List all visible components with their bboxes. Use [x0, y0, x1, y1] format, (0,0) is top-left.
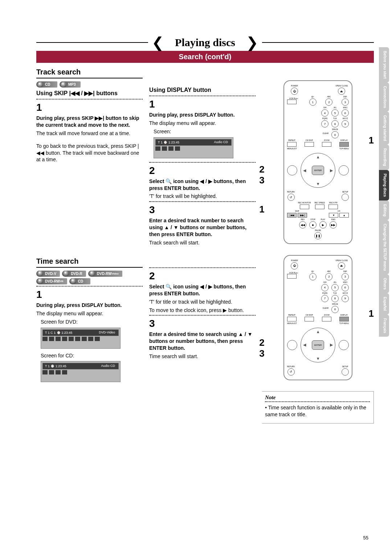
ts-caption-cd: Screen for CD: [41, 352, 143, 359]
label-recotr: REC/OTR [329, 202, 338, 204]
nav-ring: ▲ ▼ ◀ ▶ ENTER [301, 153, 335, 188]
down-arrow-icon-2: ▼ [316, 356, 320, 361]
dotted-rule [36, 99, 143, 100]
time-search-heading: Time search [36, 257, 143, 268]
up-arrow-icon: ▲ [316, 155, 320, 159]
play-button: ▶ [319, 221, 327, 228]
rule-right [262, 42, 374, 43]
title-frame: ❮ Playing discs ❯ [36, 36, 374, 49]
side-tabs: Before you start Connections Getting sta… [379, 47, 389, 337]
num-2-b: 2 [325, 273, 332, 280]
note-text: • Time search function is available only… [265, 404, 370, 418]
skip-back-button: |◀◀ [287, 213, 297, 218]
power-button-icon-2: ⏻ [291, 262, 298, 270]
num-5-b: 5 [331, 284, 339, 291]
enter-button: ENTER [312, 166, 324, 175]
label-open-close: OPEN/ CLOSE [335, 85, 348, 87]
setup-button [342, 194, 349, 201]
up-arrow-icon-2: ▲ [316, 329, 320, 334]
skip-goback-text: To go back to the previous track, press … [36, 143, 143, 163]
num-3: 3 [342, 98, 349, 106]
page-title: Playing discs [168, 36, 242, 49]
screen-disc-type: Audio CD [212, 140, 230, 144]
label-open2: OPEN/ CLOSE [335, 260, 348, 262]
badge-dvdr: DVD-R [62, 271, 86, 277]
num-0: 0 [331, 131, 339, 138]
ch-up-button: ▲ [339, 213, 349, 218]
num-1: 1 [309, 98, 317, 106]
display-step2-text: 'T' for track will be highlighted. [149, 193, 256, 200]
eject-button-icon: ⏏ [338, 88, 345, 95]
return-button: ↺ [287, 194, 295, 201]
label-ghi: GHI [323, 107, 327, 109]
display-button [339, 142, 349, 147]
num-6: 6 [342, 109, 349, 117]
recmonitor-button [300, 204, 309, 209]
ts-step2-text2: To move to the clock icon, press ▶ butto… [149, 307, 256, 314]
screen-caption: Screen: [154, 128, 256, 135]
label-skip: SKIP [295, 210, 299, 212]
display-step1-bold: During play, press DISPLAY button. [149, 112, 256, 118]
display-step2-bold: Select 🔍 icon using ◀ / ▶ buttons, then … [149, 178, 256, 192]
display-step1-text: The display menu will appear. [149, 120, 256, 127]
remote-control-diagram-lower: POWER⏻ OPEN/ CLOSE⏏ VCR Plus+ @/:1 ABC2 … [283, 255, 352, 380]
label-return: RETURN [287, 191, 295, 193]
display-step3-bold: Enter a desired track number to search u… [149, 217, 256, 238]
step-number-1: 1 [36, 102, 143, 113]
label-jkl: JKL [334, 107, 337, 109]
recspeed-button [315, 204, 324, 209]
num-0-b: 0 [331, 306, 339, 313]
label-setup: SETUP [342, 191, 348, 193]
topmenu-button [339, 165, 349, 175]
badge-dvdv: DVD-V [36, 271, 60, 277]
step-number-2: 2 [149, 165, 256, 177]
rule-left [36, 42, 148, 43]
right-arrow-icon-2: ▶ [330, 343, 333, 347]
sidetab-others: Others [379, 274, 389, 293]
num-4: 4 [321, 109, 328, 117]
ts-step-2: 2 [149, 270, 256, 282]
zoom-button-2 [322, 317, 331, 321]
screen-mock-audio-cd: T 1 ⌚ 1:23:45 Audio CD [154, 137, 233, 158]
callout-3-top: 3 [259, 175, 264, 186]
screen-strip-text: T 1 ⌚ 1:23:45 [158, 141, 179, 144]
dotted-rule [149, 315, 256, 316]
num-1-b: 1 [309, 273, 317, 280]
vcrplus-button [287, 100, 297, 104]
return-button-2: ↺ [287, 368, 295, 376]
pause-button: ❚❚ [314, 232, 322, 239]
label-clear: CLEAR [322, 133, 328, 134]
callout-1-top: 1 [369, 135, 374, 146]
power-button-icon: ⏻ [291, 88, 298, 95]
screen-strip-cd2: T 1 ⌚ 1:23:45 [45, 364, 66, 368]
ts-step1-text: The display menu will appear. [36, 310, 143, 317]
label-cmskip: CM SKIP [306, 139, 313, 141]
label-wxyz: WXYZ [343, 118, 348, 119]
repeat-button-2 [287, 317, 297, 321]
screen-mock-dvd: T 1 C 1 ⌚ 1:23:45 DVD-Video [41, 328, 121, 349]
label-vcrplus2: VCR Plus+ [287, 272, 300, 274]
screen-strip-dvd: T 1 C 1 ⌚ 1:23:45 [45, 331, 72, 335]
vcrplus-button-2 [287, 274, 297, 279]
sidetab-espanol: Español [379, 293, 389, 315]
step-number-1b: 1 [149, 98, 256, 110]
rev-button: ◀◀ [299, 221, 306, 228]
right-arrow-icon: ▶ [330, 168, 333, 173]
num-7: 7 [321, 120, 328, 127]
sidetab-recording: Recording [379, 145, 389, 170]
num-8-b: 8 [331, 295, 339, 302]
label-menulist: MENU/LIST [287, 148, 297, 150]
section-banner: Search (cont'd) [36, 51, 374, 63]
dotted-rule [149, 96, 256, 96]
display-step3-text: Track search will start. [149, 239, 256, 246]
ts-step3-bold: Enter a desired time to search using ▲ /… [149, 331, 256, 352]
ts-caption-dvd: Screen for DVD: [41, 319, 143, 325]
using-skip-heading: Using SKIP |◀◀ / ▶▶| buttons [36, 90, 143, 97]
num-9-b: 9 [342, 295, 349, 302]
ts-step2-text1: 'T' for title or track will be highlight… [149, 299, 256, 305]
screen-mock-cd: T 1 ⌚ 1:23:45 Audio CD [41, 361, 121, 382]
repeat-button [287, 142, 297, 147]
label-at: @/: [311, 96, 314, 98]
label-space: SPACE [332, 129, 338, 130]
brace-right: ❯ [246, 39, 258, 46]
